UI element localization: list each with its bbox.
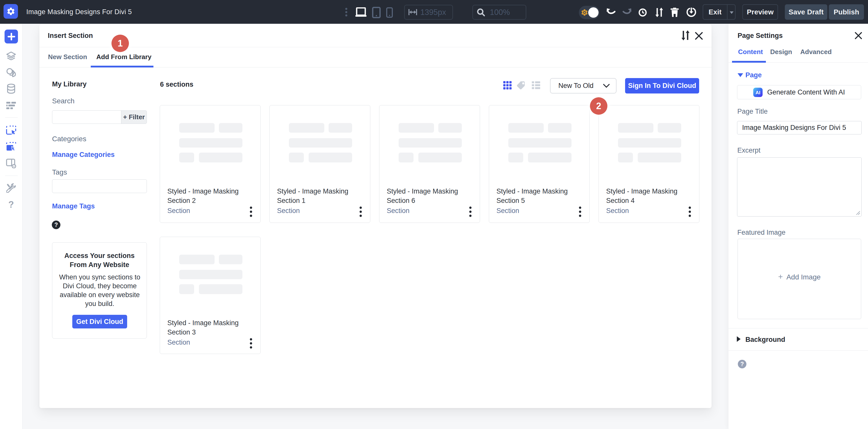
svg-text:AI: AI xyxy=(755,90,760,95)
